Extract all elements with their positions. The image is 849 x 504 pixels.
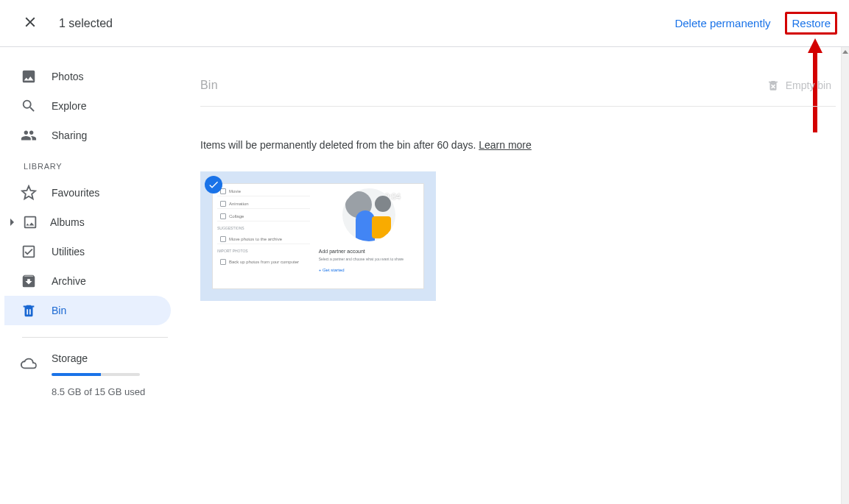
trash-icon — [21, 302, 37, 319]
delete-permanently-button[interactable]: Delete permanently — [669, 13, 776, 34]
sidebar-item-label: Albums — [50, 216, 85, 228]
chevron-right-icon — [9, 219, 16, 226]
sidebar-item-favourites[interactable]: Favourites — [4, 178, 171, 207]
sidebar-item-albums[interactable]: Albums — [4, 207, 171, 237]
archive-icon — [21, 273, 37, 289]
album-icon — [22, 214, 38, 230]
scrollbar[interactable] — [841, 47, 849, 504]
sidebar-item-label: Bin — [52, 305, 66, 316]
sidebar-item-bin[interactable]: Bin — [4, 296, 171, 325]
sidebar: Photos Explore Sharing LIBRARY Favourite… — [0, 47, 186, 504]
play-icon — [404, 189, 418, 204]
content-area: Bin Empty bin Items will be permanently … — [186, 47, 849, 504]
sidebar-item-photos[interactable]: Photos — [4, 62, 171, 91]
storage-usage-text: 8.5 GB of 15 GB used — [52, 386, 145, 397]
star-icon — [21, 185, 37, 201]
trash-x-icon — [767, 79, 780, 92]
sidebar-item-label: Archive — [52, 275, 86, 287]
selection-count: 1 selected — [59, 17, 113, 30]
utilities-icon — [21, 244, 37, 260]
sidebar-section-library: LIBRARY — [4, 150, 186, 178]
cloud-icon — [21, 355, 37, 372]
sidebar-storage[interactable]: Storage 8.5 GB of 15 GB used — [4, 352, 186, 397]
sidebar-item-utilities[interactable]: Utilities — [4, 237, 171, 266]
sidebar-item-label: Explore — [52, 100, 86, 112]
sidebar-item-label: Utilities — [52, 246, 85, 258]
main-layout: Photos Explore Sharing LIBRARY Favourite… — [0, 47, 849, 504]
notice-text: Items will be permanently deleted from t… — [200, 139, 479, 151]
storage-bar — [52, 373, 140, 376]
sidebar-item-label: Favourites — [52, 187, 99, 199]
photo-icon — [21, 68, 37, 85]
page-title: Bin — [200, 79, 218, 92]
storage-title: Storage — [52, 352, 145, 364]
close-selection-button[interactable] — [19, 11, 41, 36]
empty-bin-button: Empty bin — [767, 79, 831, 92]
selection-toolbar: 1 selected Delete permanently Restore — [0, 0, 849, 47]
search-icon — [21, 98, 37, 114]
sidebar-item-explore[interactable]: Explore — [4, 91, 171, 121]
annotation-highlight: Restore — [785, 12, 837, 35]
scroll-up-icon[interactable] — [842, 49, 848, 55]
retention-notice: Items will be permanently deleted from t… — [200, 139, 843, 151]
restore-button[interactable]: Restore — [792, 17, 831, 29]
sidebar-divider — [22, 337, 168, 338]
sidebar-item-label: Sharing — [52, 129, 87, 141]
people-icon — [21, 127, 37, 143]
learn-more-link[interactable]: Learn more — [479, 139, 532, 151]
selected-check-icon[interactable] — [205, 176, 222, 194]
sidebar-item-label: Photos — [52, 71, 84, 82]
media-thumb-selected[interactable]: 0:04 Movie Animation Collage SUGGESTIONS… — [200, 171, 436, 301]
sidebar-item-sharing[interactable]: Sharing — [4, 121, 171, 150]
sidebar-item-archive[interactable]: Archive — [4, 266, 171, 296]
empty-bin-label: Empty bin — [786, 79, 831, 91]
